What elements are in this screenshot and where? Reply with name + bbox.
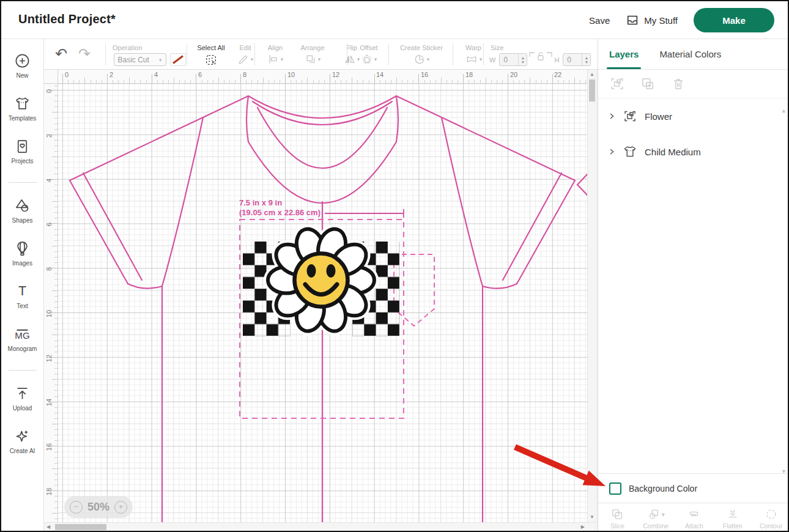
sidebar-item-new[interactable]: New — [14, 53, 31, 79]
layers-panel: Layers Material Colors Flower Child Medi… — [598, 39, 789, 532]
size-lock-icon[interactable] — [528, 50, 553, 65]
arrange-icon — [305, 53, 317, 65]
combine-button[interactable]: ▾ Combine — [637, 503, 675, 532]
zoom-level: 50% — [87, 501, 109, 514]
chevron-down-icon: ▾ — [662, 511, 665, 518]
height-stepper[interactable]: ▲▼ — [582, 54, 590, 65]
background-color-row: Background Color — [598, 473, 789, 503]
save-button[interactable]: Save — [589, 15, 610, 26]
scroll-left-icon[interactable]: ◀ — [46, 525, 50, 530]
flower-design[interactable] — [243, 226, 399, 336]
group-icon — [623, 109, 637, 124]
tab-material-colors[interactable]: Material Colors — [659, 39, 721, 69]
width-label: W — [489, 56, 495, 64]
chevron-down-icon: ▾ — [374, 56, 377, 62]
panel-tabs: Layers Material Colors — [598, 39, 789, 70]
make-button[interactable]: Make — [694, 8, 774, 32]
sidebar-item-projects[interactable]: Projects — [11, 138, 33, 164]
scroll-right-icon[interactable]: ▶ — [581, 525, 585, 530]
duplicate-icon[interactable] — [640, 76, 656, 92]
tool-sidebar: New Templates Projects Shapes Images T T… — [1, 39, 44, 532]
panel-scroll-up-icon[interactable]: ▲ — [781, 108, 787, 114]
background-color-label: Background Color — [629, 484, 697, 493]
app-window: Untitled Project* Save My Stuff Make New… — [0, 0, 789, 532]
layer-name: Child Medium — [645, 147, 701, 157]
create-sticker-button[interactable]: Create Sticker ▾ — [394, 44, 449, 65]
operation-color-swatch[interactable] — [170, 53, 186, 66]
horizontal-scrollbar[interactable]: ◀ ▶ — [44, 522, 596, 531]
layer-actions-bar — [598, 70, 789, 98]
layer-name: Flower — [645, 111, 672, 122]
operation-dropdown[interactable]: Basic Cut▾ — [114, 53, 166, 66]
chevron-right-icon[interactable] — [608, 148, 615, 155]
design-canvas[interactable]: 02 46 810 1214 1618 2022 02 46 810 1214 … — [44, 70, 598, 532]
contour-button[interactable]: Contour — [752, 503, 789, 532]
height-label: H — [554, 56, 559, 64]
zoom-in-button[interactable]: + — [114, 501, 127, 514]
height-input[interactable]: 0 ▲▼ — [563, 53, 591, 66]
tshirt-icon — [623, 144, 637, 159]
vertical-scroll-thumb[interactable] — [589, 79, 595, 102]
chevron-down-icon: ▾ — [251, 56, 254, 62]
horizontal-scroll-thumb[interactable] — [55, 524, 106, 530]
warp-icon — [465, 53, 478, 65]
chevron-right-icon[interactable] — [608, 113, 615, 120]
sidebar-divider — [9, 182, 37, 183]
scroll-up-icon[interactable]: ▲ — [590, 72, 595, 77]
paperclip-icon — [687, 508, 701, 521]
layer-row-flower[interactable]: Flower — [598, 98, 789, 134]
chevron-down-icon: ▾ — [480, 56, 483, 62]
align-button[interactable]: Align ▾ — [259, 44, 291, 65]
vertical-scrollbar[interactable]: ▲ ▼ — [587, 70, 596, 522]
slice-button[interactable]: Slice — [598, 503, 637, 532]
vertical-ruler: 02 46 810 1214 1618 — [44, 84, 58, 522]
canvas-grid-area[interactable]: 7.5 in x 9 in (19.05 cm x 22.86 cm) — [58, 84, 587, 522]
sidebar-item-monogram[interactable]: MG Monogram — [8, 326, 37, 352]
monogram-icon: MG — [14, 326, 31, 342]
undo-button[interactable]: ↶ — [55, 46, 67, 61]
zoom-control: − 50% + — [64, 496, 133, 518]
zoom-out-button[interactable]: − — [70, 501, 83, 514]
sidebar-item-images[interactable]: Images — [12, 240, 32, 267]
offset-button[interactable]: Offset ▾ — [352, 44, 386, 65]
select-all-icon — [204, 53, 218, 67]
arrange-button[interactable]: Arrange ▾ — [294, 44, 332, 65]
tab-layers[interactable]: Layers — [609, 39, 639, 69]
operation-label: Operation — [111, 44, 188, 51]
plus-circle-icon — [14, 53, 31, 69]
attach-button[interactable]: Attach — [675, 503, 714, 532]
pencil-icon — [237, 53, 250, 65]
background-color-checkbox[interactable] — [609, 482, 621, 495]
horizontal-ruler: 02 46 810 1214 1618 2022 — [58, 70, 587, 84]
sparkle-icon — [14, 428, 31, 445]
layer-list: Flower Child Medium — [598, 98, 789, 169]
width-input[interactable]: 0 ▲▼ — [499, 53, 527, 66]
select-all-button[interactable]: Select All — [192, 44, 230, 67]
sidebar-item-text[interactable]: T Text — [14, 283, 31, 309]
flatten-button[interactable]: Flatten — [713, 503, 752, 532]
sidebar-item-templates[interactable]: Templates — [9, 95, 37, 122]
sidebar-item-upload[interactable]: Upload — [13, 385, 32, 412]
shapes-icon — [14, 198, 31, 214]
cut-line-swatch-icon — [171, 54, 185, 65]
redo-button[interactable]: ↷ — [78, 46, 91, 61]
project-card-icon — [14, 138, 31, 155]
group-icon[interactable] — [609, 76, 625, 92]
layer-row-child-medium[interactable]: Child Medium — [598, 134, 789, 169]
my-stuff-button[interactable]: My Stuff — [626, 13, 678, 27]
upload-icon — [14, 385, 31, 402]
flatten-icon — [726, 508, 739, 521]
warp-button[interactable]: Warp ▾ — [457, 44, 489, 65]
chevron-down-icon: ▾ — [281, 56, 284, 62]
trash-icon[interactable] — [670, 76, 686, 92]
text-icon: T — [14, 283, 31, 300]
dimension-text-cm: (19.05 cm x 22.86 cm) — [239, 208, 320, 217]
width-stepper[interactable]: ▲▼ — [518, 54, 527, 65]
contour-icon — [765, 508, 778, 521]
sidebar-item-shapes[interactable]: Shapes — [12, 198, 33, 224]
edit-toolbar: ↶ ↷ Operation Basic Cut▾ Select All Edit — [44, 39, 598, 70]
edit-button[interactable]: Edit ▾ — [231, 44, 259, 65]
sidebar-item-create-ai[interactable]: Create AI — [10, 428, 35, 454]
scroll-down-icon[interactable]: ▼ — [590, 515, 595, 520]
inbox-icon — [626, 13, 639, 27]
